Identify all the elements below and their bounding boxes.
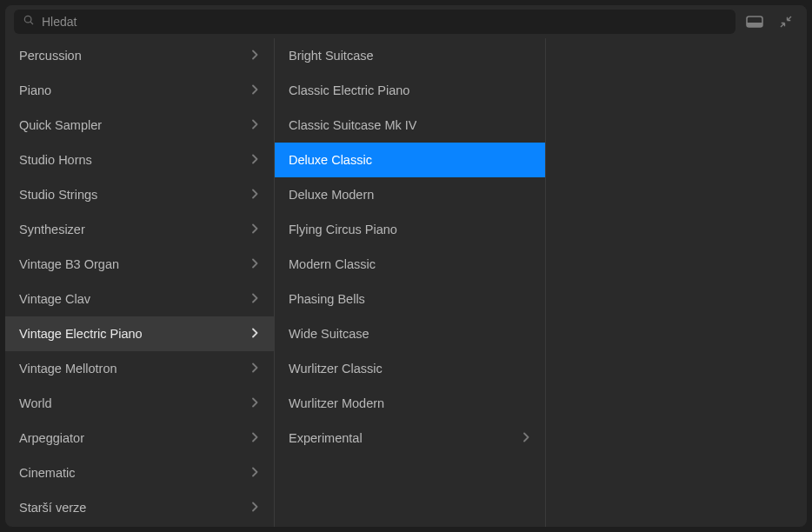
library-icon xyxy=(746,15,763,29)
list-item-label: Experimental xyxy=(289,431,363,445)
list-item[interactable]: Vintage Mellotron xyxy=(5,351,274,386)
list-item[interactable]: Quick Sampler xyxy=(5,108,274,143)
chevron-right-icon xyxy=(251,83,258,97)
chevron-right-icon xyxy=(251,396,258,410)
list-item-label: Synthesizer xyxy=(19,223,85,236)
list-item-label: Cinematic xyxy=(19,466,75,480)
collapse-button[interactable] xyxy=(774,11,798,32)
list-item-label: Vintage B3 Organ xyxy=(19,257,119,271)
list-item[interactable]: Arpeggiator xyxy=(5,421,274,456)
list-item[interactable]: Flying Circus Piano xyxy=(275,212,545,247)
chevron-right-icon xyxy=(251,257,258,271)
browser-panel: PercussionPianoQuick SamplerStudio Horns… xyxy=(5,5,807,527)
list-item-label: Wide Suitcase xyxy=(289,327,369,341)
svg-line-1 xyxy=(30,22,33,24)
list-item[interactable]: Modern Classic xyxy=(275,247,545,282)
list-item-label: Percussion xyxy=(19,49,82,63)
category-column-0: PercussionPianoQuick SamplerStudio Horns… xyxy=(5,38,275,527)
list-item[interactable]: Studio Strings xyxy=(5,177,274,212)
category-column-2 xyxy=(546,38,807,527)
list-item[interactable]: Experimental xyxy=(275,421,545,456)
list-item[interactable]: Classic Suitcase Mk IV xyxy=(275,108,545,143)
list-item-label: Vintage Mellotron xyxy=(19,362,117,376)
list-item-label: Flying Circus Piano xyxy=(289,223,397,236)
list-item[interactable]: Vintage Clav xyxy=(5,282,274,316)
chevron-right-icon xyxy=(251,188,258,202)
list-item[interactable]: Piano xyxy=(5,73,274,108)
collapse-icon xyxy=(778,14,794,30)
svg-point-0 xyxy=(24,16,31,23)
search-input[interactable] xyxy=(42,15,727,29)
chevron-right-icon xyxy=(251,153,258,167)
search-icon xyxy=(23,14,35,30)
list-item[interactable]: Classic Electric Piano xyxy=(275,73,545,108)
chevron-right-icon xyxy=(251,431,258,445)
list-item-label: Piano xyxy=(19,83,51,97)
list-item-label: Studio Horns xyxy=(19,153,92,167)
list-item[interactable]: Synthesizer xyxy=(5,212,274,247)
list-item[interactable]: Wurlitzer Modern xyxy=(275,386,545,421)
list-item-label: Wurlitzer Classic xyxy=(289,362,383,376)
chevron-right-icon xyxy=(251,49,258,63)
list-item[interactable]: Vintage Electric Piano xyxy=(5,316,274,351)
list-item[interactable]: Deluxe Classic xyxy=(275,143,545,177)
chevron-right-icon xyxy=(251,327,258,341)
search-bar xyxy=(5,5,807,38)
list-item-label: Starší verze xyxy=(19,501,86,515)
list-item-label: Arpeggiator xyxy=(19,431,84,445)
list-item-label: Vintage Electric Piano xyxy=(19,327,143,341)
list-item-label: Classic Electric Piano xyxy=(289,83,409,97)
list-item-label: Quick Sampler xyxy=(19,118,102,132)
list-item[interactable]: Cinematic xyxy=(5,456,274,490)
chevron-right-icon xyxy=(251,223,258,236)
chevron-right-icon xyxy=(251,118,258,132)
column-browser: PercussionPianoQuick SamplerStudio Horns… xyxy=(5,38,807,527)
svg-rect-4 xyxy=(747,23,762,27)
list-item[interactable]: Wide Suitcase xyxy=(275,316,545,351)
list-item-label: Vintage Clav xyxy=(19,292,90,306)
list-item[interactable]: Starší verze xyxy=(5,490,274,525)
list-item[interactable]: Bright Suitcase xyxy=(275,38,545,73)
chevron-right-icon xyxy=(251,292,258,306)
list-item[interactable]: Vintage B3 Organ xyxy=(5,247,274,282)
list-item[interactable]: Phasing Bells xyxy=(275,282,545,316)
chevron-right-icon xyxy=(251,362,258,376)
list-item-label: World xyxy=(19,396,52,410)
list-item-label: Classic Suitcase Mk IV xyxy=(289,118,416,132)
chevron-right-icon xyxy=(251,466,258,480)
list-item-label: Deluxe Modern xyxy=(289,188,374,202)
chevron-right-icon xyxy=(522,431,529,445)
list-item[interactable]: Wurlitzer Classic xyxy=(275,351,545,386)
category-column-1: Bright SuitcaseClassic Electric PianoCla… xyxy=(275,38,546,527)
list-item-label: Deluxe Classic xyxy=(289,153,372,167)
list-item[interactable]: Deluxe Modern xyxy=(275,177,545,212)
list-item-label: Wurlitzer Modern xyxy=(289,396,384,410)
list-item-label: Modern Classic xyxy=(289,257,376,271)
library-view-button[interactable] xyxy=(742,11,767,32)
search-container[interactable] xyxy=(14,10,735,34)
list-item[interactable]: Studio Horns xyxy=(5,143,274,177)
list-item[interactable]: World xyxy=(5,386,274,421)
list-item-label: Bright Suitcase xyxy=(289,49,374,63)
list-item-label: Phasing Bells xyxy=(289,292,365,306)
chevron-right-icon xyxy=(251,501,258,515)
list-item-label: Studio Strings xyxy=(19,188,97,202)
list-item[interactable]: Percussion xyxy=(5,38,274,73)
